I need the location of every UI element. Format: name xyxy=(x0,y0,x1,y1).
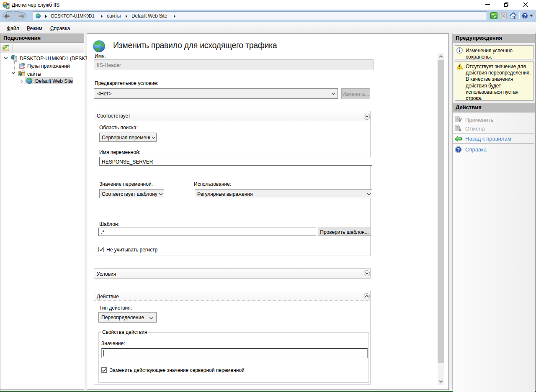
svg-text:?: ? xyxy=(523,13,526,19)
svg-text:?: ? xyxy=(457,147,460,152)
